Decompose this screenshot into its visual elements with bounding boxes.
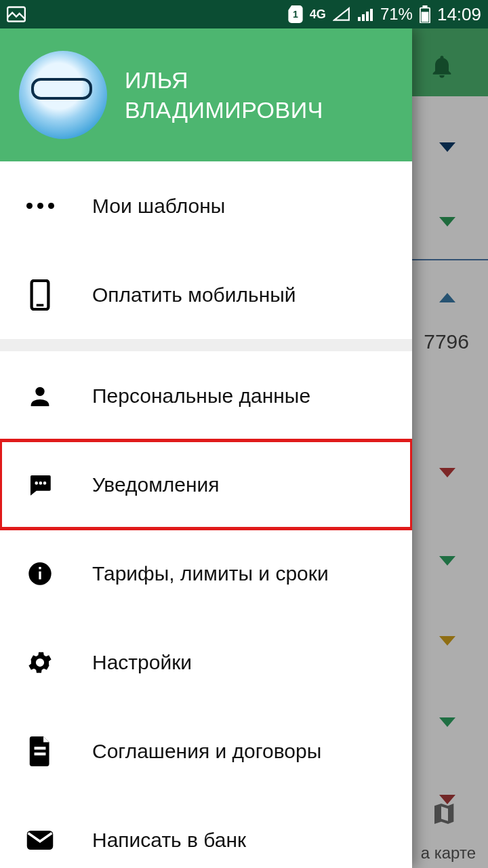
menu-item-write-bank[interactable]: Написать в банк: [0, 795, 412, 868]
document-icon: [24, 736, 56, 766]
menu-section-divider: [0, 339, 412, 351]
menu-item-personal[interactable]: Персональные данные: [0, 351, 412, 440]
svg-rect-17: [370, 9, 373, 21]
menu-item-label: Персональные данные: [92, 384, 310, 408]
menu-item-label: Написать в банк: [92, 829, 246, 852]
drawer-header[interactable]: ИЛЬЯ ВЛАДИМИРОВИЧ: [0, 28, 412, 161]
user-name-line1: ИЛЬЯ: [125, 65, 323, 95]
user-name: ИЛЬЯ ВЛАДИМИРОВИЧ: [125, 65, 323, 125]
menu-item-tariffs[interactable]: Тарифы, лимиты и сроки: [0, 529, 412, 618]
svg-text:1: 1: [293, 9, 298, 20]
svg-point-3: [35, 481, 38, 485]
svg-point-4: [39, 481, 43, 485]
menu-item-label: Оплатить мобильный: [92, 283, 296, 307]
battery-icon: [420, 5, 430, 23]
menu-item-label: Настройки: [92, 651, 192, 674]
info-icon: [24, 560, 56, 587]
message-icon: [24, 471, 56, 499]
svg-rect-1: [37, 304, 44, 307]
phone-icon: [24, 279, 56, 311]
sim-1-icon: 1: [288, 5, 303, 23]
menu-item-templates[interactable]: Мои шаблоны: [0, 161, 412, 250]
menu-item-label: Мои шаблоны: [92, 195, 225, 218]
mail-icon: [24, 829, 56, 852]
menu-item-settings[interactable]: Настройки: [0, 618, 412, 707]
menu-item-pay-mobile[interactable]: Оплатить мобильный: [0, 250, 412, 339]
person-icon: [24, 382, 56, 410]
menu-item-label: Соглашения и договоры: [92, 740, 321, 763]
svg-rect-16: [366, 12, 369, 21]
screenshot-icon: [7, 6, 26, 22]
svg-rect-8: [39, 567, 41, 569]
svg-rect-15: [362, 14, 365, 21]
menu-item-notifications[interactable]: Уведомления: [0, 440, 412, 529]
menu-item-label: Тарифы, лимиты и сроки: [92, 562, 329, 585]
nav-drawer: ИЛЬЯ ВЛАДИМИРОВИЧ Мои шаблоны Оплатить м…: [0, 28, 412, 868]
status-bar: 1 4G 71% 14:09: [0, 0, 488, 28]
signal-box-icon: [333, 7, 350, 22]
battery-percent: 71%: [380, 5, 413, 24]
svg-point-2: [35, 387, 44, 395]
svg-rect-14: [358, 17, 361, 21]
svg-rect-20: [422, 12, 429, 22]
drawer-menu: Мои шаблоны Оплатить мобильный Персональ…: [0, 161, 412, 868]
menu-item-agreements[interactable]: Соглашения и договоры: [0, 707, 412, 795]
user-name-line2: ВЛАДИМИРОВИЧ: [125, 95, 323, 125]
network-4g-icon: 4G: [310, 8, 326, 20]
svg-rect-7: [39, 571, 41, 579]
signal-bars-icon: [357, 7, 373, 22]
avatar[interactable]: [19, 51, 107, 139]
clock: 14:09: [437, 4, 481, 25]
svg-point-5: [43, 481, 47, 485]
menu-item-label: Уведомления: [92, 473, 220, 496]
more-horiz-icon: [24, 203, 56, 209]
svg-rect-9: [35, 747, 46, 749]
gear-icon: [24, 648, 56, 677]
svg-rect-10: [35, 752, 46, 755]
